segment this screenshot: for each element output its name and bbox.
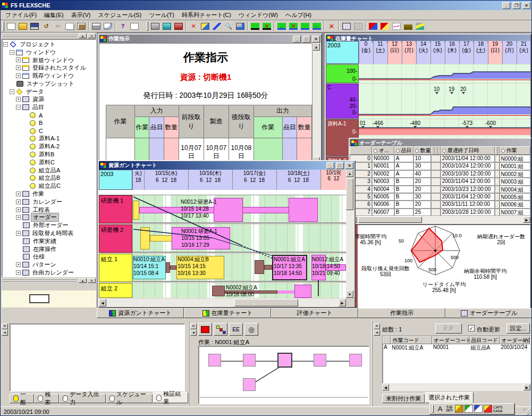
- tree-item-setup-table[interactable]: 段取替え時間表: [3, 229, 96, 237]
- tree-item-resources[interactable]: 資源: [3, 96, 96, 104]
- schedule-clear-button[interactable]: ✕: [261, 21, 273, 31]
- tree-item-window[interactable]: ウィンドウ: [3, 48, 96, 56]
- network-canvas[interactable]: [198, 346, 369, 404]
- eval-chart-button[interactable]: [414, 21, 426, 31]
- inventory-plot-c[interactable]: 10 19 20: [359, 84, 530, 119]
- panel-collapse-icon[interactable]: ◂: [190, 330, 197, 336]
- tree-item-project[interactable]: プロジェクト: [3, 40, 96, 48]
- selected-operation-row[interactable]: A N0001:組立A N0001 組立品A 2003/10/24: [383, 344, 530, 352]
- panel-close-icon[interactable]: ✕: [88, 34, 96, 38]
- gantt-task-bar[interactable]: [133, 201, 139, 220]
- tree-item-material-c[interactable]: 原料C: [3, 159, 96, 167]
- assign-button[interactable]: [199, 21, 211, 31]
- tab-general[interactable]: 一般: [10, 394, 34, 403]
- tree-item-b[interactable]: B: [3, 119, 96, 127]
- process-node[interactable]: [243, 354, 256, 367]
- menu-tools[interactable]: ツール(T): [145, 10, 178, 20]
- menu-edit[interactable]: 編集(E): [40, 10, 67, 20]
- save-button[interactable]: [29, 21, 40, 31]
- tree-item-snapshot[interactable]: スナップショット: [3, 80, 96, 88]
- chain-button[interactable]: [211, 21, 223, 31]
- gantt-chart-button[interactable]: [367, 21, 379, 31]
- process-node[interactable]: [208, 354, 221, 367]
- anchor-button[interactable]: ⌐: [311, 21, 323, 31]
- paste-button[interactable]: [75, 21, 87, 31]
- minimize-icon[interactable]: _: [326, 162, 334, 169]
- tree-item-registered-styles[interactable]: 登録されたスタイル: [3, 64, 96, 72]
- panel-collapse-icon[interactable]: ◂: [374, 330, 380, 336]
- minimize-button[interactable]: _: [502, 2, 510, 9]
- cut-button[interactable]: ✂: [52, 21, 64, 31]
- tab-inventory-chart[interactable]: 在庫量チャート: [184, 308, 271, 318]
- menu-file[interactable]: ファイル(F): [2, 10, 40, 20]
- tree-item-data[interactable]: データ: [3, 88, 96, 96]
- expander-icon[interactable]: [16, 105, 21, 110]
- reschedule-left-button[interactable]: ←: [276, 21, 288, 31]
- ime-grip[interactable]: [432, 405, 434, 413]
- search-button[interactable]: 🔍: [223, 21, 234, 31]
- tree-item-orders[interactable]: オーダー: [3, 214, 96, 222]
- tree-item-assembly-c[interactable]: 組立品C: [3, 182, 96, 190]
- menu-window[interactable]: ウィンドウ(W): [235, 10, 282, 20]
- project-settings-button[interactable]: [234, 21, 246, 31]
- project-export-button[interactable]: [173, 21, 184, 31]
- expander-icon[interactable]: [3, 42, 8, 47]
- toolbar-grip[interactable]: [147, 21, 148, 31]
- output-text-area[interactable]: [10, 323, 185, 392]
- load-chart-button[interactable]: [379, 21, 391, 31]
- menu-timeseries-chart[interactable]: 時系列チャート(C): [178, 10, 235, 20]
- new-project-button[interactable]: [5, 21, 17, 31]
- tree-item-assembly-b[interactable]: 組立品B: [3, 174, 96, 182]
- target-mode-button[interactable]: ◎: [244, 323, 258, 336]
- panel-collapse-icon[interactable]: ◂: [2, 330, 8, 336]
- menu-help[interactable]: ヘルプ(H): [282, 10, 315, 20]
- panel-collapse-icon[interactable]: ▲: [79, 278, 87, 283]
- line-chart-button[interactable]: [391, 21, 402, 31]
- print-button[interactable]: [90, 21, 102, 31]
- reschedule-cancel-button[interactable]: ✕: [288, 21, 299, 31]
- tree-item-material-a1[interactable]: 原料A-1: [3, 135, 96, 143]
- sort-radio-icon[interactable]: [501, 149, 505, 153]
- ime-dictionary-icon[interactable]: [474, 405, 483, 413]
- maximize-icon[interactable]: □: [336, 162, 344, 169]
- process-node[interactable]: [349, 354, 362, 367]
- tab-order-table[interactable]: オーダーテーブル: [445, 308, 532, 318]
- order-row[interactable]: 6N0006B202003/11/11 12:00:00N0006:組: [350, 201, 530, 208]
- minimize-icon[interactable]: _: [293, 36, 301, 43]
- toolbar-grip[interactable]: [3, 21, 4, 31]
- settings-button[interactable]: 設定...: [506, 323, 530, 334]
- tab-search[interactable]: 検索: [34, 394, 58, 403]
- tree-item-new-window[interactable]: 新規ウィンドウ: [3, 56, 96, 64]
- legend-panel-grip[interactable]: ▲ ✕: [2, 278, 96, 283]
- tab-verify-results[interactable]: 検証結果: [153, 392, 188, 403]
- panel-close-icon[interactable]: ✕: [374, 323, 380, 329]
- tree-item-assembly-a[interactable]: 組立品A: [3, 167, 96, 174]
- gantt-titlebar[interactable]: 資源ガントチャート _ □ ✕: [99, 161, 354, 170]
- table-view-disabled-button[interactable]: [352, 21, 364, 31]
- selected-hscrollbar[interactable]: ◀ ▶: [382, 384, 530, 391]
- expander-icon[interactable]: [10, 50, 14, 55]
- ime-conversion-mode-button[interactable]: 話: [445, 404, 454, 413]
- expander-icon[interactable]: [16, 262, 21, 267]
- tree-panel-grip[interactable]: ▲ ✕: [2, 34, 96, 38]
- close-button[interactable]: ✕: [522, 2, 530, 9]
- tree-item-free-calendar[interactable]: 自由カレンダー: [3, 269, 96, 277]
- order-row[interactable]: 4N0004B202003/10/23 12:00:00N0004:組: [350, 186, 530, 193]
- help-button[interactable]: ?: [117, 21, 129, 31]
- tree-item-existing-window[interactable]: 既存ウィンドウ: [3, 72, 96, 80]
- schedule-run-button[interactable]: [249, 21, 261, 31]
- ime-pad-icon[interactable]: [455, 405, 463, 413]
- tree-item-a[interactable]: A: [3, 111, 96, 119]
- update-button[interactable]: 更新: [435, 323, 462, 334]
- menu-schedule[interactable]: スケジュール(S): [94, 10, 145, 20]
- tree-item-process-sheet[interactable]: 工程表: [3, 206, 96, 214]
- table-mode-button[interactable]: EE: [229, 323, 243, 336]
- inventory-chart-button[interactable]: [402, 21, 414, 31]
- tab-work-instruction[interactable]: 作業指示: [358, 308, 445, 318]
- ime-pen-icon[interactable]: [465, 405, 473, 413]
- auto-update-checkbox[interactable]: ✓: [468, 325, 475, 331]
- ime-help-icon[interactable]: [484, 405, 492, 413]
- expander-icon[interactable]: [16, 57, 21, 62]
- panel-collapse-icon[interactable]: ▲: [79, 34, 87, 38]
- delete-result-button[interactable]: ✕: [326, 21, 337, 31]
